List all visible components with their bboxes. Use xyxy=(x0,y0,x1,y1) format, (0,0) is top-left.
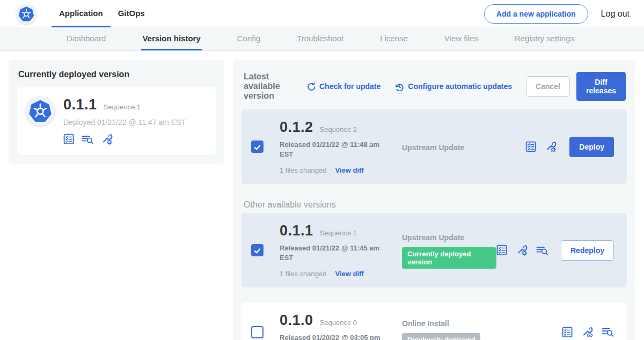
latest-version-header: Latest available version Check for updat… xyxy=(241,69,627,101)
sequence-label: Sequence 2 xyxy=(320,125,357,134)
check-for-update-label: Check for update xyxy=(319,82,380,91)
checkmark-icon xyxy=(253,247,261,254)
currently-deployed-panel: Currently deployed version 0.1.1 Sequenc… xyxy=(9,60,224,164)
configure-automatic-updates-link[interactable]: Configure automatic updates xyxy=(394,82,512,91)
available-versions-panel: Latest available version Check for updat… xyxy=(233,60,635,340)
view-diff-link[interactable]: View diff xyxy=(335,270,363,278)
tab-gitops[interactable]: GitOps xyxy=(111,0,152,27)
subnav-view-files[interactable]: View files xyxy=(443,27,479,50)
version-actions: Deploy xyxy=(525,137,614,157)
config-gear-icon[interactable] xyxy=(516,244,528,256)
config-gear-icon[interactable] xyxy=(545,141,557,153)
topnav-spacer xyxy=(152,0,484,27)
version-details: 0.1.1 Sequence 1 Released 01/21/22 @ 11:… xyxy=(280,223,402,278)
version-row: 0.1.2 Sequence 2 Released 01/21/22 @ 11:… xyxy=(241,109,627,184)
add-new-application-button[interactable]: Add a new application xyxy=(484,4,588,24)
sequence-label: Sequence 0 xyxy=(320,319,357,327)
kubernetes-icon xyxy=(28,99,52,123)
files-changed-label: 1 files changed xyxy=(280,270,326,278)
version-number: 0.1.0 xyxy=(280,312,313,329)
currently-deployed-badge: Currently deployed version xyxy=(402,247,496,269)
tab-gitops-label: GitOps xyxy=(118,9,145,18)
latest-version-title: Latest available version xyxy=(244,72,297,101)
check-for-update-link[interactable]: Check for update xyxy=(306,82,380,91)
sequence-label: Sequence 1 xyxy=(320,229,357,237)
preflight-checklist-icon[interactable] xyxy=(562,327,573,338)
deploy-logs-icon[interactable] xyxy=(82,134,94,145)
previously-deployed-badge: Previously deployed xyxy=(402,333,480,340)
version-checkbox[interactable] xyxy=(251,244,264,256)
app-logo[interactable] xyxy=(16,4,36,24)
released-timestamp: Released 01/20/22 @ 03:05 pm EST xyxy=(280,333,387,340)
version-source: Upstream Update Currently deployed versi… xyxy=(402,232,496,269)
configure-automatic-updates-label: Configure automatic updates xyxy=(408,82,512,91)
preflight-checklist-icon[interactable] xyxy=(63,134,75,145)
tab-application[interactable]: Application xyxy=(52,0,111,27)
files-changed-label: 1 files changed xyxy=(280,166,326,174)
refresh-icon xyxy=(306,82,316,91)
source-label: Upstream Update xyxy=(402,143,525,152)
version-actions xyxy=(562,326,614,338)
deployed-timestamp: Deployed 01/21/22 @ 11:47 am EST xyxy=(63,118,186,127)
schedule-update-icon xyxy=(394,82,404,91)
subnav-config[interactable]: Config xyxy=(236,27,261,50)
deployed-version-number: 0.1.1 xyxy=(63,97,97,113)
subnav-version-history[interactable]: Version history xyxy=(141,27,201,50)
version-checkbox[interactable] xyxy=(251,326,264,338)
deploy-button[interactable]: Deploy xyxy=(569,137,614,157)
released-timestamp: Released 01/21/22 @ 11:48 am EST xyxy=(280,140,387,159)
version-source: Upstream Update xyxy=(402,142,525,152)
redeploy-button[interactable]: Redeploy xyxy=(561,240,614,261)
version-details: 0.1.2 Sequence 2 Released 01/21/22 @ 11:… xyxy=(280,119,402,174)
version-checkbox[interactable] xyxy=(251,141,264,153)
deploy-logs-icon[interactable] xyxy=(536,245,548,256)
tab-application-label: Application xyxy=(59,9,103,18)
deployed-version-info: 0.1.1 Sequence 1 Deployed 01/21/22 @ 11:… xyxy=(63,97,186,145)
source-label: Upstream Update xyxy=(402,233,496,242)
view-diff-link[interactable]: View diff xyxy=(335,166,363,174)
version-row: 0.1.1 Sequence 1 Released 01/21/22 @ 11:… xyxy=(241,213,627,287)
app-subnav: Dashboard Version history Config Trouble… xyxy=(0,27,644,51)
deploy-logs-icon[interactable] xyxy=(602,327,614,337)
app-icon-badge xyxy=(26,97,55,125)
currently-deployed-title: Currently deployed version xyxy=(17,69,216,79)
preflight-checklist-icon[interactable] xyxy=(525,141,537,152)
subnav-license[interactable]: License xyxy=(379,27,409,50)
version-number: 0.1.1 xyxy=(280,223,313,239)
subnav-dashboard[interactable]: Dashboard xyxy=(65,27,107,50)
version-details: 0.1.0 Sequence 0 Released 01/20/22 @ 03:… xyxy=(280,312,402,340)
version-row: 0.1.0 Sequence 0 Released 01/20/22 @ 03:… xyxy=(241,302,627,340)
kubernetes-icon xyxy=(18,6,34,22)
diff-releases-button[interactable]: Diff releases xyxy=(576,72,626,101)
version-actions: Redeploy xyxy=(496,240,614,261)
released-timestamp: Released 01/21/22 @ 11:45 am EST xyxy=(280,243,387,262)
version-history-page: Currently deployed version 0.1.1 Sequenc… xyxy=(0,51,644,340)
subnav-registry-settings[interactable]: Registry settings xyxy=(514,27,575,50)
deployed-sequence-label: Sequence 1 xyxy=(104,103,141,111)
version-number: 0.1.2 xyxy=(280,119,313,136)
config-view-icon[interactable] xyxy=(581,326,594,338)
subnav-troubleshoot[interactable]: Troubleshoot xyxy=(296,27,345,50)
checkmark-icon xyxy=(253,143,261,151)
logout-button[interactable]: Log out xyxy=(601,9,630,19)
cancel-button[interactable]: Cancel xyxy=(526,76,570,97)
other-versions-title: Other available versions xyxy=(244,200,625,210)
source-label: Online Install xyxy=(402,319,562,328)
preflight-checklist-icon[interactable] xyxy=(496,245,508,256)
version-source: Online Install Previously deployed xyxy=(402,318,562,340)
config-gear-icon[interactable] xyxy=(101,133,113,145)
top-nav: Application GitOps Add a new application… xyxy=(0,0,644,27)
deployed-version-actions xyxy=(63,133,186,145)
deployed-version-card: 0.1.1 Sequence 1 Deployed 01/21/22 @ 11:… xyxy=(17,87,216,155)
